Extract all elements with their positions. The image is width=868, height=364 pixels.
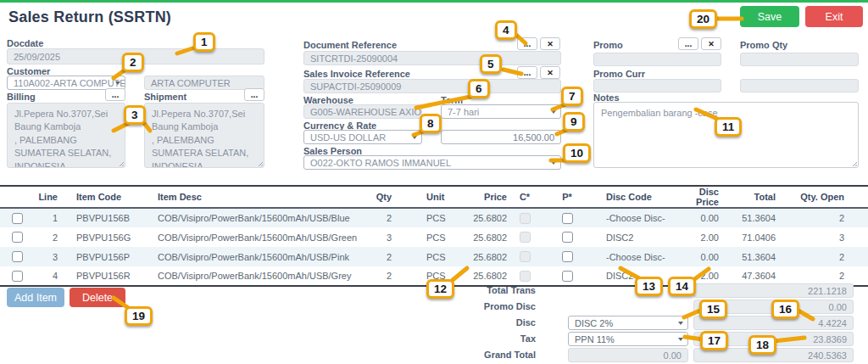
item-code-header: Item Code [64,186,146,208]
promo-more-button[interactable]: ... [678,37,698,50]
sales-invoice-reference-clear-button[interactable]: ✕ [540,66,560,79]
callout-15: 15 [699,300,727,319]
row-checkbox[interactable] [12,251,23,262]
callout-5: 5 [480,54,502,74]
price-cell: 25.6802 [458,208,512,227]
promo-curr-qty-field [740,79,859,92]
rate-input[interactable]: 16,500.00 [441,130,561,144]
sales-invoice-reference-field: SUPACTDI-25090009 [303,79,561,93]
callout-17: 17 [700,331,728,350]
sales-invoice-reference-more-button[interactable]: ... [517,66,537,79]
billing-label: Billing [7,92,36,102]
total-cell: 51.3604 [726,247,782,266]
grand-total-label: Grand Total [424,348,536,362]
unit-cell: PCS [398,227,458,247]
disc-code-select[interactable]: -Choose Disc- [597,247,678,266]
row-checkbox[interactable] [12,213,23,224]
table-header-row: Line Item Code Item Desc Qty Unit Price … [0,186,868,208]
document-reference-field: SITCRTDI-25090004 [303,51,561,65]
callout-13: 13 [635,277,663,296]
exit-button[interactable]: Exit [805,6,863,27]
qty-cell: 2 [373,208,398,227]
chevron-down-icon [551,110,556,114]
chevron-down-icon [678,338,683,341]
table-row: 1 PBVPU156B COB/Visipro/PowerBank/15600m… [0,208,868,227]
close-icon: ✕ [708,42,715,47]
resize-handle-icon[interactable] [119,161,125,167]
p-flag-checkbox[interactable] [562,232,573,243]
c-flag-checkbox [520,232,531,243]
promo-qty-field [740,53,859,66]
add-item-button[interactable]: Add Item [7,288,64,307]
ellipsis-icon: ... [251,92,258,98]
item-desc-cell: COB/Visipro/PowerBank/15600mAh/USB/Grey [146,266,373,286]
disc-code-select[interactable]: -Choose Disc- [597,208,678,227]
unit-header: Unit [398,186,458,208]
row-checkbox[interactable] [12,271,23,282]
item-code-cell: PBVPU156B [64,208,146,227]
callout-14: 14 [668,277,696,296]
p-flag-checkbox[interactable] [562,271,573,282]
disc-code-select[interactable]: DISC2 [597,227,678,247]
qty-cell: 3 [373,227,398,247]
delete-button[interactable]: Delete [70,288,125,307]
p-flag-checkbox[interactable] [562,251,573,262]
line-cell: 2 [34,227,64,247]
promo-clear-button[interactable]: ✕ [701,37,721,50]
promo-disc-label: Promo Disc [424,300,536,314]
disc-code-header: Disc Code [597,186,678,208]
term-select-value: 7-7 hari [448,107,479,117]
billing-textarea: Jl.Pepera No.3707,Sei Baung Kamboja , PA… [7,103,125,168]
callout-7: 7 [561,87,583,106]
item-code-cell: PBVPU156G [64,227,146,247]
total-cell: 71.0406 [726,227,782,247]
currency-select[interactable]: USD-US DOLLAR [303,130,422,144]
line-header: Line [34,186,64,208]
shipment-label: Shipment [144,92,186,102]
tax-label: Tax [424,332,536,346]
callout-4: 4 [495,20,517,40]
qty-open-cell: 2 [782,247,868,266]
callout-12: 12 [426,279,454,299]
document-reference-more-button[interactable]: ... [517,37,537,50]
sales-person-select[interactable]: O022-OKTO RAMOS IMMANUEL [303,155,561,170]
disc-select[interactable]: DISC 2% [568,316,688,330]
disc-price-header: Disc Price [678,186,726,208]
tax-select-value: PPN 11% [575,334,615,344]
total-cell: 51.3604 [726,208,782,227]
promo-label: Promo [593,40,623,50]
save-button[interactable]: Save [740,6,799,27]
disc-price-cell: 0.00 [678,208,726,227]
resize-handle-icon[interactable] [852,161,858,167]
shipment-more-button[interactable]: ... [244,88,264,101]
line-cell: 4 [34,266,64,286]
grand-total-mid-field: 0.00 [568,348,688,362]
tax-select[interactable]: PPN 11% [568,332,688,346]
billing-more-button[interactable]: ... [105,88,125,101]
document-reference-clear-button[interactable]: ✕ [540,37,560,50]
callout-6: 6 [468,79,490,98]
callout-11: 11 [715,117,742,137]
callout-20: 20 [689,9,717,29]
ellipsis-icon: ... [524,70,531,76]
close-icon: ✕ [547,42,554,47]
item-desc-header: Item Desc [146,186,373,208]
page-title: Sales Return (SSRTN) [8,8,171,26]
currency-select-value: USD-US DOLLAR [310,132,386,143]
docdate-label: Docdate [7,38,43,48]
promo-curr-field [593,79,721,92]
row-checkbox[interactable] [12,232,23,243]
resize-handle-icon[interactable] [258,161,264,167]
price-cell: 25.6802 [458,247,512,266]
callout-10: 10 [563,143,591,163]
p-flag-checkbox[interactable] [562,213,573,224]
qty-open-cell: 2 [782,208,868,227]
customer-select-value: 110A002-ARTA COMPUTER [14,78,125,88]
term-select[interactable]: 7-7 hari [441,104,561,119]
chevron-down-icon [551,161,556,165]
unit-cell: PCS [398,247,458,266]
line-cell: 1 [34,208,64,227]
warehouse-select-value: G005-WAREHOUSE AXIOO CA [310,107,422,117]
qty-header: Qty [373,186,398,208]
disc-price-cell: 2.00 [678,227,726,247]
